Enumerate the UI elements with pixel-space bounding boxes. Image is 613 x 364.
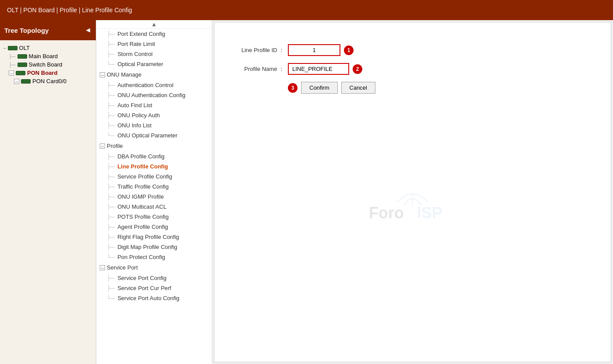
- nav-item-right-flag[interactable]: ├─ Right Flag Profile Config: [96, 232, 212, 242]
- svg-text:Foro: Foro: [369, 204, 404, 222]
- nav-label-auth-control: Authentication Control: [117, 82, 173, 88]
- nav-item-auth-control[interactable]: ├─ Authentication Control: [96, 80, 212, 90]
- breadcrumb: OLT | PON Board | Profile | Line Profile…: [7, 7, 132, 14]
- switch-board-connector: ├─: [9, 62, 16, 67]
- profile-name-label: Profile Name ：: [223, 65, 284, 73]
- nav-section-onu-manage[interactable]: – ONU Manage: [96, 69, 212, 80]
- nav-label-onu-multicast: ONU Multicast ACL: [117, 203, 166, 210]
- nav-label-port-rate: Port Rate Limit: [117, 41, 155, 47]
- tree-label-switch-board: Switch Board: [29, 61, 63, 68]
- tree-item-main-board[interactable]: ├─ Main Board: [7, 52, 94, 60]
- scroll-up-button[interactable]: ▲: [96, 20, 212, 29]
- tree-view: – OLT ├─ Main Board ├─ Switch Board – PO…: [0, 40, 96, 89]
- confirm-row: 3 Confirm Cancel: [223, 82, 602, 94]
- nav-label-dba-profile: DBA Profile Config: [117, 153, 165, 160]
- nav-label-pon-protect: Pon Protect Config: [117, 254, 165, 260]
- nav-item-onu-igmp[interactable]: ├─ ONU IGMP Profile: [96, 192, 212, 202]
- nav-section-profile[interactable]: – Profile: [96, 140, 212, 151]
- nav-item-agent-profile[interactable]: ├─ Agent Profile Config: [96, 222, 212, 232]
- nav-label-onu-info: ONU Info List: [117, 122, 151, 129]
- nav-item-onu-multicast[interactable]: ├─ ONU Multicast ACL: [96, 202, 212, 212]
- nav-label-auto-find: Auto Find List: [117, 102, 152, 108]
- nav-item-pots-profile[interactable]: ├─ POTS Profile Config: [96, 212, 212, 222]
- nav-label-onu-igmp: ONU IGMP Profile: [117, 193, 164, 200]
- nav-label-onu-optical: ONU Optical Parameter: [117, 132, 177, 139]
- sidebar-title-text: Tree Topology: [4, 27, 49, 34]
- main-board-icon: [18, 54, 27, 59]
- sidebar-collapse-arrow[interactable]: ◄: [84, 26, 91, 34]
- nav-item-digit-map[interactable]: ├─ Digit Map Profile Config: [96, 242, 212, 252]
- nav-item-service-port-auto[interactable]: └─ Service Port Auto Config: [96, 293, 212, 303]
- nav-label-optical-param: Optical Parameter: [117, 61, 163, 67]
- nav-item-onu-policy[interactable]: ├─ ONU Policy Auth: [96, 110, 212, 120]
- profile-expand-icon[interactable]: –: [100, 144, 105, 149]
- service-port-expand-icon[interactable]: –: [100, 265, 105, 270]
- cancel-button[interactable]: Cancel: [341, 82, 375, 94]
- step-badge-2: 2: [353, 64, 362, 74]
- watermark: Foro ISP: [364, 190, 461, 226]
- pon-board-expand-icon[interactable]: –: [9, 70, 14, 76]
- main-board-connector: ├─: [9, 54, 16, 59]
- watermark-svg: Foro ISP: [364, 190, 461, 225]
- nav-label-line-profile: Line Profile Config: [117, 163, 168, 170]
- tree-label-pon-card: PON Card0/0: [32, 78, 67, 84]
- nav-item-dba-profile[interactable]: ├─ DBA Profile Config: [96, 151, 212, 161]
- nav-item-traffic-profile[interactable]: ├─ Traffic Profile Config: [96, 182, 212, 192]
- nav-item-line-profile[interactable]: ├─ Line Profile Config: [96, 161, 212, 172]
- pon-board-icon: [16, 71, 25, 75]
- form-container: Line Profile ID ： 1 Profile Name ： 2 3 C…: [223, 44, 602, 94]
- tree-label-olt: OLT: [19, 45, 30, 51]
- nav-label-service-profile: Service Profile Config: [117, 173, 172, 180]
- main-content-area: Foro ISP Line Profile ID ： 1 Profile Nam…: [214, 22, 611, 362]
- main-layout: Tree Topology ◄ – OLT ├─ Main Board ├─ S…: [0, 20, 613, 364]
- nav-label-onu-manage: ONU Manage: [107, 71, 141, 78]
- sidebar-title: Tree Topology ◄: [0, 20, 96, 40]
- nav-item-service-port-cur[interactable]: ├─ Service Port Cur Perf: [96, 283, 212, 293]
- nav-label-service-port: Service Port: [107, 264, 138, 271]
- profile-name-row: Profile Name ： 2: [223, 63, 602, 75]
- tree-item-olt[interactable]: – OLT: [2, 44, 94, 52]
- nav-label-profile: Profile: [107, 143, 123, 149]
- nav-item-port-extend[interactable]: ├─ Port Extend Config: [96, 29, 212, 39]
- switch-board-icon: [18, 63, 27, 67]
- line-profile-id-input[interactable]: [288, 44, 340, 56]
- nav-item-optical-param[interactable]: └─ Optical Parameter: [96, 59, 212, 69]
- nav-panel: ▲ ├─ Port Extend Config ├─ Port Rate Lim…: [96, 20, 212, 364]
- nav-label-traffic-profile: Traffic Profile Config: [117, 183, 168, 190]
- tree-item-pon-board[interactable]: – PON Board: [7, 69, 94, 77]
- profile-name-input[interactable]: [288, 63, 349, 75]
- nav-section-service-port[interactable]: – Service Port: [96, 262, 212, 273]
- nav-label-onu-policy: ONU Policy Auth: [117, 112, 160, 119]
- nav-item-port-rate[interactable]: ├─ Port Rate Limit: [96, 39, 212, 49]
- sidebar: Tree Topology ◄ – OLT ├─ Main Board ├─ S…: [0, 20, 96, 364]
- nav-label-right-flag: Right Flag Profile Config: [117, 234, 179, 240]
- nav-item-storm-control[interactable]: ├─ Storm Control: [96, 49, 212, 59]
- line-profile-id-row: Line Profile ID ： 1: [223, 44, 602, 56]
- nav-item-service-profile[interactable]: ├─ Service Profile Config: [96, 172, 212, 182]
- line-profile-id-label: Line Profile ID ：: [223, 46, 284, 54]
- nav-item-onu-info[interactable]: ├─ ONU Info List: [96, 120, 212, 130]
- tree-item-pon-card[interactable]: – PON Card0/0: [12, 77, 94, 85]
- nav-label-storm-control: Storm Control: [117, 51, 152, 57]
- nav-label-port-extend: Port Extend Config: [117, 31, 165, 37]
- svg-text:ISP: ISP: [417, 204, 442, 222]
- nav-label-onu-auth-config: ONU Authentication Config: [117, 92, 185, 98]
- confirm-button[interactable]: Confirm: [301, 82, 338, 94]
- nav-item-auto-find[interactable]: ├─ Auto Find List: [96, 100, 212, 110]
- nav-label-service-port-cur: Service Port Cur Perf: [117, 285, 171, 291]
- tree-label-main-board: Main Board: [29, 53, 58, 60]
- step-badge-3: 3: [288, 83, 298, 93]
- olt-expand-icon: –: [4, 46, 6, 50]
- nav-label-service-port-auto: Service Port Auto Config: [117, 295, 179, 301]
- nav-label-digit-map: Digit Map Profile Config: [117, 244, 177, 250]
- onu-manage-expand-icon[interactable]: –: [100, 72, 105, 77]
- olt-icon: [8, 46, 18, 50]
- nav-item-pon-protect[interactable]: └─ Pon Protect Config: [96, 252, 212, 262]
- pon-card-expand-icon[interactable]: –: [14, 79, 19, 84]
- pon-card-icon: [21, 79, 31, 84]
- header: OLT | PON Board | Profile | Line Profile…: [0, 0, 613, 20]
- nav-item-service-port-config[interactable]: ├─ Service Port Config: [96, 273, 212, 283]
- tree-item-switch-board[interactable]: ├─ Switch Board: [7, 60, 94, 69]
- nav-item-onu-auth-config[interactable]: ├─ ONU Authentication Config: [96, 90, 212, 100]
- nav-item-onu-optical[interactable]: └─ ONU Optical Parameter: [96, 130, 212, 140]
